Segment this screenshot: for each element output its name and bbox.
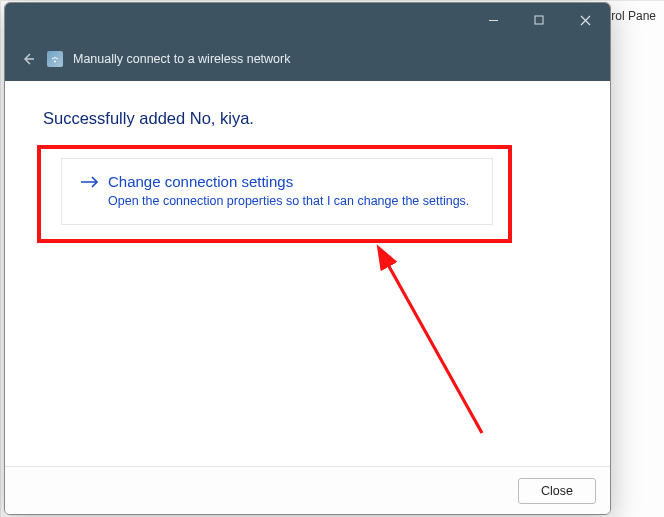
arrow-right-icon [80,175,100,189]
option-title-row: Change connection settings [80,173,474,190]
back-arrow-icon [20,51,36,67]
wizard-window: Manually connect to a wireless network S… [4,2,611,515]
maximize-button[interactable] [516,4,562,36]
wireless-app-icon [47,51,63,67]
option-description: Open the connection properties so that I… [108,194,474,208]
close-button[interactable]: Close [518,478,596,504]
titlebar [5,3,610,37]
back-button[interactable] [19,50,37,68]
wizard-title: Manually connect to a wireless network [73,52,290,66]
svg-rect-1 [535,16,543,24]
wizard-content: Successfully added No, kiya. Change conn… [5,81,610,466]
change-connection-settings-option[interactable]: Change connection settings Open the conn… [61,158,493,225]
svg-point-5 [54,61,56,63]
minimize-button[interactable] [470,4,516,36]
maximize-icon [534,15,544,25]
wizard-header: Manually connect to a wireless network [5,37,610,81]
option-title-text: Change connection settings [108,173,293,190]
window-close-button[interactable] [562,4,608,36]
wizard-footer: Close [5,466,610,514]
close-icon [580,15,591,26]
minimize-icon [488,15,499,26]
success-message: Successfully added No, kiya. [43,109,576,128]
